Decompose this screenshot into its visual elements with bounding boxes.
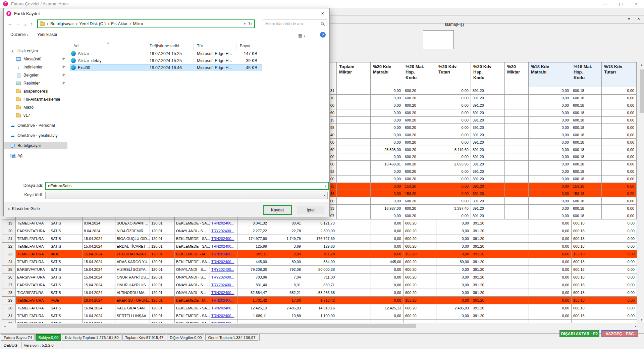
list-item-alislar[interactable]: Alislar19.07.2024 15:25Microsoft Edge H.… <box>70 50 262 57</box>
column-header-20-kdv-hsp-kodu[interactable]: %20 Kdv Hsp. Kodu <box>471 62 505 87</box>
save-button[interactable]: Kaydet <box>263 205 292 215</box>
maximize-icon[interactable]: ▢ <box>613 0 629 8</box>
document-link[interactable]: TRN202400... <box>210 258 237 265</box>
sidebar-item-h-zl-eri-im[interactable]: ★Hızlı erişim <box>4 47 67 55</box>
table-row[interactable]: 000,00600.200,00391.200,00600.180,00 <box>330 176 637 183</box>
scroll-up-icon[interactable]: ▲ <box>639 62 644 68</box>
column-header-18-kdv-matrah[interactable]: %18 Kdv Matrahı <box>529 62 571 87</box>
table-row[interactable]: 000,00600.200,00391.200,00600.180,00 <box>330 102 637 109</box>
table-row[interactable]: 150,00600.200,00391.200,00600.180,00 <box>330 117 637 124</box>
file-name-field[interactable]: ▾ <box>45 182 329 190</box>
panel-close-icon[interactable]: × <box>637 16 640 21</box>
horizontal-scrollbar[interactable]: ◂ ▸ <box>2 323 639 329</box>
save-type-dropdown[interactable]: ▾ <box>45 192 328 199</box>
breadcrumb-item-yerel-disk-c[interactable]: Yerel Disk (C:) <box>79 21 106 26</box>
scroll-left-icon[interactable]: ◂ <box>2 323 8 329</box>
breadcrumb-item-mikro[interactable]: Mikro <box>133 21 143 26</box>
column-header-18-kdv-tutar[interactable]: %18 Kdv Tutarı <box>602 62 637 87</box>
document-link[interactable]: TRN202400... <box>210 312 237 319</box>
table-row[interactable]: 000,00600.200,00391.200,00600.180,00 <box>330 153 637 161</box>
table-row[interactable]: 6025.598,00600.205.119,60391.200,00600.1… <box>330 146 637 153</box>
address-dropdown-icon[interactable]: ▾ <box>242 22 248 26</box>
table-row[interactable]: 920,00600.200,00391.200,00600.180,00 <box>330 168 637 176</box>
column-header-type[interactable]: Tür <box>194 42 236 50</box>
description-textarea[interactable] <box>423 30 454 49</box>
table-row[interactable]: 3316.987,00600.203.397,40391.200,00600.1… <box>330 205 637 212</box>
column-header-20-mat-hsp-kodu[interactable]: %20 Mat. Hsp. Kodu <box>403 62 436 87</box>
table-row[interactable]: 880,00153.200,00391.200,00153.180,00 <box>330 190 637 197</box>
document-link[interactable]: TRN202400... <box>210 250 237 258</box>
search-icon[interactable] <box>321 22 327 26</box>
table-row[interactable]: 28TICARIFATURASATIS16.04.2024ALTINORDU M… <box>2 289 637 297</box>
table-row[interactable]: 310,00600.200,00391.200,00600.180,00 <box>330 87 637 95</box>
sidebar-item-a[interactable]: Ağ <box>4 152 67 159</box>
sidebar-item-masa-st[interactable]: Masaüstü <box>4 55 67 63</box>
chevron-down-icon[interactable]: ▾ <box>325 185 326 188</box>
column-header-20-miktar[interactable]: %20 Miktar <box>505 62 529 87</box>
cancel-button[interactable]: İptal <box>297 206 324 214</box>
minimize-icon[interactable]: — <box>598 0 613 8</box>
table-row[interactable]: 0013.469,81600.202.693,96391.200,00600.1… <box>330 161 637 168</box>
column-header-18-mat-hsp-kodu[interactable]: %18 Mat. Hsp. Kodu <box>571 62 602 87</box>
document-link[interactable]: TRN202400... <box>210 243 237 250</box>
table-row[interactable]: 25EARSIVFATURASATIS15.04.2024HIZIRELİ SO… <box>2 266 637 273</box>
document-link[interactable]: TRY202400... <box>210 273 237 281</box>
table-row[interactable]: 31TEMELFATURASATIS16.04.2024SERTELLİ İNŞ… <box>2 312 637 320</box>
table-row[interactable]: 070,00600.200,00391.200,00600.180,00 <box>330 212 637 219</box>
column-header-toplam-miktar[interactable]: Toplam Miktar <box>337 62 371 87</box>
table-row[interactable]: 30TEMELFATURASATIS16.04.2024KALE GIDA SA… <box>2 304 637 312</box>
sidebar-item-onedrive-yesilmaviy[interactable]: ☁OneDrive - yesilmaviy <box>4 132 67 139</box>
table-row[interactable]: 27EARSIVFATURASATIS15.04.2024ONUR HAYRİ … <box>2 281 637 289</box>
table-row[interactable]: 32TEMELFATURASATIS16.04.2024120.01BEKLEM… <box>2 320 637 323</box>
document-link[interactable]: TRY202400... <box>210 281 237 289</box>
vertical-scrollbar-thumb[interactable] <box>640 69 644 113</box>
table-row[interactable]: 000,00600.200,00391.200,00600.180,00 <box>330 197 637 205</box>
sidebar-item-mikro[interactable]: Mikro <box>4 104 67 111</box>
vertical-scrollbar[interactable]: ▲ ▼ <box>639 62 644 323</box>
document-link[interactable]: TRN202400... <box>210 219 237 227</box>
table-row[interactable]: 780,00153.200,00391.200,00153.180,00 <box>330 183 637 190</box>
chevron-down-icon[interactable]: ▾ <box>628 17 630 21</box>
list-item-alislar-detay[interactable]: Alislar_detay19.07.2024 15:25Microsoft E… <box>70 57 262 64</box>
table-row[interactable]: 24TEMELFATURASATIS15.04.2024ARAS KARGO Y… <box>2 258 637 266</box>
table-row[interactable]: 23TEMELFATURAIADE15.04.2024ECEGIDA PAZAR… <box>2 250 637 258</box>
export-button[interactable]: DIŞARI AKTAR - F2 <box>559 330 599 337</box>
table-row[interactable]: 600,00600.200,00391.200,00600.180,00 <box>330 109 637 117</box>
document-link[interactable]: TRN202400... <box>210 289 237 296</box>
file-name-input[interactable] <box>46 183 324 189</box>
scroll-right-icon[interactable]: ▸ <box>633 323 639 329</box>
document-link[interactable]: TRY202400... <box>210 227 237 235</box>
horizontal-scrollbar-thumb[interactable] <box>17 324 416 328</box>
table-row[interactable]: 29TEMELFATURAIADE16.04.2024EKER SÜT ÜRÜN… <box>2 297 637 304</box>
table-row[interactable]: 20EARSIVFATURASATIS8.04.2024NİDA ÖZDEMİR… <box>2 227 637 235</box>
view-options-icon[interactable]: ▦▾ <box>298 33 305 38</box>
table-row[interactable]: 400,00600.200,00391.200,00600.180,00 <box>330 131 637 139</box>
table-row[interactable]: 26EARSIVFATURASATIS15.04.2024ONUR HAYRİ … <box>2 273 637 281</box>
scroll-down-icon[interactable]: ▼ <box>639 317 644 323</box>
document-link[interactable]: TRN202400... <box>210 320 237 323</box>
search-box[interactable] <box>263 19 327 28</box>
column-header-modified[interactable]: Değiştirme tarihi <box>146 42 194 50</box>
sidebar-item-onedrive-personal[interactable]: ☁OneDrive - Personal <box>4 122 67 129</box>
table-row[interactable]: 980,00600.200,00391.200,00600.180,00 <box>330 124 637 131</box>
sidebar-item-v17[interactable]: v17 <box>4 112 67 119</box>
table-row[interactable]: 22TEMELFATURASATIS15.04.2024ERDAL TİCARE… <box>2 243 637 250</box>
document-link[interactable]: TRY202400... <box>210 266 237 273</box>
table-row[interactable]: 000,00600.200,00391.200,00600.180,00 <box>330 139 637 146</box>
refresh-icon[interactable]: ↻ <box>248 21 254 27</box>
breadcrumb-item-fis-aktar[interactable]: Fis-Aktar <box>111 21 127 26</box>
dialog-close-icon[interactable]: × <box>316 8 329 18</box>
column-header-20-kdv-tutar[interactable]: %20 Kdv Tutarı <box>436 62 471 87</box>
address-bar[interactable]: ›Bu bilgisayar›Yerel Disk (C:)›Fis-Aktar… <box>37 19 255 28</box>
help-icon[interactable]: ? <box>320 32 326 38</box>
column-header-20-kdv-matrah[interactable]: %20 Kdv Matrahı <box>371 62 403 87</box>
sidebar-item-i-ndirilenler[interactable]: ↓İndirilenler <box>4 63 67 71</box>
search-input[interactable] <box>263 21 321 26</box>
table-row[interactable]: 19TEMELFATURASATIS8.04.2024SODEXO AVANT.… <box>2 219 637 227</box>
table-row[interactable]: 160,00600.200,00391.200,00600.180,00 <box>330 95 637 102</box>
sidebar-item-anapenceresi[interactable]: anapenceresi <box>4 88 67 95</box>
sidebar-item-fis-aktarma-islemle[interactable]: Fis-Aktarma-Islemle <box>4 96 67 103</box>
column-header-size[interactable]: Boyut <box>236 42 262 50</box>
cancel-esc-button[interactable]: VAZGEÇ - ESC <box>601 330 638 337</box>
sidebar-item-belgeler[interactable]: Belgeler <box>4 71 67 79</box>
